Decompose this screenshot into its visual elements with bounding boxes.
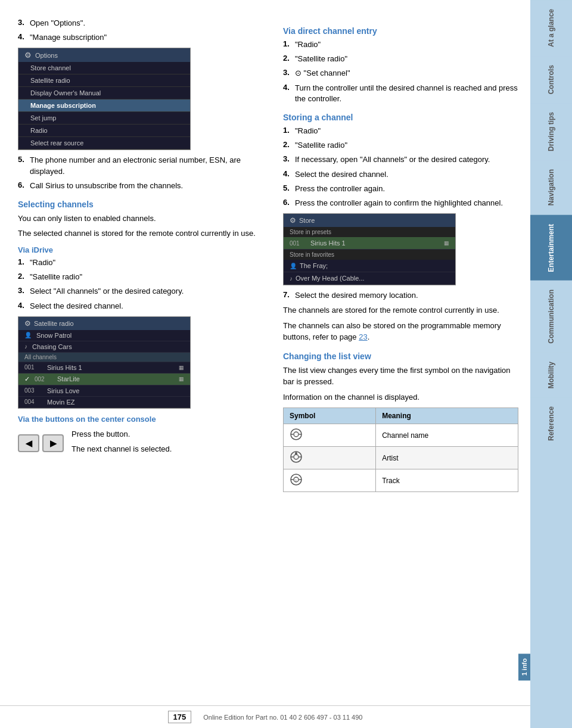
- step-4: 4. "Manage subscription": [18, 32, 262, 43]
- direct-step-2: 2. "Satellite radio": [283, 54, 518, 64]
- channel-002-name: StarLite: [57, 375, 174, 382]
- check-icon: ✓: [24, 375, 30, 383]
- channels-also-stored-para: The channels can also be stored on the p…: [283, 320, 518, 343]
- sidebar-item-communication[interactable]: Communication: [530, 281, 572, 353]
- changing-list-heading: Changing the list view: [283, 351, 518, 361]
- store-step-2: 2. "Satellite radio": [283, 140, 518, 151]
- store-item-overmyhead[interactable]: ♪ Over My Head (Cable...: [284, 272, 455, 285]
- option-set-jump[interactable]: Set jump: [18, 112, 190, 125]
- satellite-screen-header: ⚙ Satellite radio: [18, 317, 190, 330]
- direct-step-1-num: 1.: [283, 39, 293, 50]
- sidebar-item-reference[interactable]: Reference: [530, 397, 572, 450]
- channels-stored-para: The channels are stored for the remote c…: [283, 304, 518, 316]
- channel-001[interactable]: 001 Sirius Hits 1 ▦: [18, 362, 190, 374]
- selecting-channels-para2: The selected channel is stored for the r…: [18, 228, 262, 239]
- option-radio[interactable]: Radio: [18, 125, 190, 137]
- table-col-symbol: Symbol: [284, 408, 376, 424]
- note-icon-store: ♪: [290, 275, 293, 282]
- channel-name-icon: [290, 428, 303, 441]
- step-6-text: Call Sirius to unsubscribe from the chan…: [30, 181, 183, 191]
- idrive-step-2: 2. "Satellite radio": [18, 272, 262, 282]
- channel-003[interactable]: 003 Sirius Love: [18, 385, 190, 397]
- direct-step-4: 4. Turn the controller until the desired…: [283, 83, 518, 104]
- button-row: ◀ ▶ Press the button. The next channel i…: [18, 428, 262, 459]
- idrive-step-4: 4. Select the desired channel.: [18, 301, 262, 312]
- sidebar-item-navigation[interactable]: Navigation: [530, 160, 572, 214]
- track-icon: ♪: [290, 473, 303, 486]
- via-direct-heading: Via direct channel entry: [283, 26, 518, 36]
- meaning-artist: Artist: [376, 447, 518, 469]
- idrive-step-3: 3. Select "All channels" or the desired …: [18, 286, 262, 297]
- idrive-step-3-text: Select "All channels" or the desired cat…: [30, 286, 184, 297]
- store-step-1-num: 1.: [283, 126, 293, 136]
- sat-snow-patrol: 👤 Snow Patrol: [18, 330, 190, 341]
- store-step-4: 4. Select the desired channel.: [283, 169, 518, 180]
- store-item-001[interactable]: 001 Sirius Hits 1 ▦: [284, 237, 455, 250]
- direct-step-2-text: "Satellite radio": [295, 54, 347, 64]
- step-6-num: 6.: [18, 181, 27, 191]
- page-wrapper: 3. Open "Options". 4. "Manage subscripti…: [0, 0, 572, 728]
- store-step-1: 1. "Radio": [283, 126, 518, 136]
- channel-003-name: Sirius Love: [47, 387, 184, 394]
- step-7-text: Select the desired memory location.: [295, 290, 418, 301]
- idrive-step-1-text: "Radio": [30, 257, 55, 268]
- store-screen-header: ⚙ Store: [284, 214, 455, 227]
- prev-channel-button[interactable]: ◀: [18, 434, 39, 452]
- store-title-text: Store: [299, 217, 315, 224]
- store-step-5-text: Press the controller again.: [295, 183, 385, 194]
- channel-001-num: 001: [24, 364, 42, 371]
- next-channel-button[interactable]: ▶: [42, 434, 64, 452]
- store-step-2-num: 2.: [283, 140, 293, 151]
- store-step-6-text: Press the controller again to confirm th…: [295, 198, 503, 209]
- svg-point-5: [294, 455, 299, 459]
- store-overmyhead-name: Over My Head (Cable...: [296, 275, 365, 282]
- option-manage-subscription[interactable]: Manage subscription: [18, 99, 190, 112]
- selecting-channels-para1: You can only listen to enabled channels.: [18, 213, 262, 225]
- option-store-channel[interactable]: Store channel: [18, 62, 190, 74]
- sat-chasing-cars-name: Chasing Cars: [32, 343, 72, 350]
- step-7: 7. Select the desired memory location.: [283, 290, 518, 301]
- next-channel-text: The next channel is selected.: [72, 443, 172, 455]
- page-footer: 175 Online Edition for Part no. 01 40 2 …: [0, 705, 530, 728]
- step-3-num: 3.: [18, 18, 27, 29]
- direct-step-4-num: 4.: [283, 83, 293, 104]
- sidebar-item-mobility[interactable]: Mobility: [530, 353, 572, 397]
- sidebar-item-at-a-glance[interactable]: At a glance: [530, 0, 572, 56]
- all-channels-label: All channels: [18, 353, 190, 362]
- sat-chasing-cars: ♪ Chasing Cars: [18, 341, 190, 353]
- step-3-text: Open "Options".: [30, 18, 85, 29]
- options-title-text: Options: [35, 52, 58, 59]
- direct-step-1: 1. "Radio": [283, 39, 518, 50]
- gear-icon: ⚙: [24, 51, 32, 60]
- left-column: 3. Open "Options". 4. "Manage subscripti…: [0, 12, 274, 704]
- preset-icon-001: ▦: [179, 365, 184, 371]
- sidebar-item-entertainment[interactable]: Entertainment: [530, 215, 572, 281]
- note-icon: ♪: [24, 343, 27, 350]
- table-row-channel-name: Channel name: [284, 424, 518, 447]
- store-001-num: 001: [290, 240, 307, 247]
- direct-step-3-num: 3.: [283, 68, 293, 79]
- symbol-track: ♪: [284, 469, 376, 492]
- option-satellite-radio[interactable]: Satellite radio: [18, 74, 190, 87]
- store-step-5: 5. Press the controller again.: [283, 183, 518, 194]
- symbol-channel-name: [284, 424, 376, 447]
- idrive-step-2-num: 2.: [18, 272, 27, 282]
- store-item-fray[interactable]: 👤 The Fray;: [284, 260, 455, 272]
- option-display-manual[interactable]: Display Owner's Manual: [18, 87, 190, 99]
- options-screen: ⚙ Options Store channel Satellite radio …: [18, 48, 191, 150]
- option-select-rear[interactable]: Select rear source: [18, 137, 190, 150]
- table-col-meaning: Meaning: [376, 408, 518, 424]
- idrive-step-4-text: Select the desired channel.: [30, 301, 123, 312]
- channel-004[interactable]: 004 Movin EZ: [18, 397, 190, 408]
- store-step-3: 3. If necessary, open "All channels" or …: [283, 154, 518, 165]
- sidebar-item-controls[interactable]: Controls: [530, 56, 572, 103]
- step-4-num: 4.: [18, 32, 27, 43]
- channel-002[interactable]: ✓ 002 StarLite ▦: [18, 374, 190, 385]
- store-step-6-num: 6.: [283, 198, 293, 209]
- step-3: 3. Open "Options".: [18, 18, 262, 29]
- step-7-num: 7.: [283, 290, 293, 301]
- direct-step-4-text: Turn the controller until the desired ch…: [295, 83, 518, 104]
- sidebar-item-driving-tips[interactable]: Driving tips: [530, 103, 572, 160]
- page-link-23[interactable]: 23: [359, 332, 367, 341]
- direct-step-1-text: "Radio": [295, 39, 321, 50]
